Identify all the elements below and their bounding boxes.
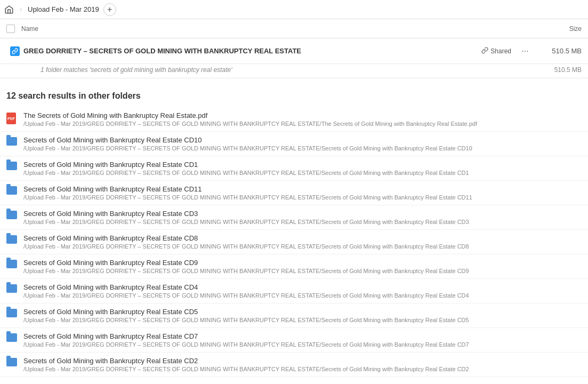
folder-icon xyxy=(6,284,23,293)
home-button[interactable] xyxy=(4,5,14,14)
result-item-name: The Secrets of Gold Mining with Bankrupt… xyxy=(23,111,582,119)
result-item-name: Secrets of Gold Mining with Bankruptcy R… xyxy=(23,357,582,365)
folder-icon xyxy=(6,186,23,195)
list-item[interactable]: Secrets of Gold Mining with Bankruptcy R… xyxy=(0,156,588,181)
primary-result-name: GREG DORRIETY – SECRETS OF GOLD MINING W… xyxy=(23,47,481,55)
result-item-path: /Upload Feb - Mar 2019/GREG DORRIETY – S… xyxy=(23,194,582,201)
result-item-name: Secrets of Gold Mining with Bankruptcy R… xyxy=(23,161,582,169)
more-options-button[interactable]: ··· xyxy=(518,44,533,59)
breadcrumb-separator-icon xyxy=(18,7,23,12)
result-item-path: /Upload Feb - Mar 2019/GREG DORRIETY – S… xyxy=(23,170,582,176)
result-item-content: Secrets of Gold Mining with Bankruptcy R… xyxy=(23,259,582,274)
result-item-name: Secrets of Gold Mining with Bankruptcy R… xyxy=(23,234,582,242)
result-item-path: /Upload Feb - Mar 2019/GREG DORRIETY – S… xyxy=(23,268,582,274)
folder-icon xyxy=(6,137,23,146)
result-item-path: /Upload Feb - Mar 2019/GREG DORRIETY – S… xyxy=(23,341,582,348)
result-item-content: Secrets of Gold Mining with Bankruptcy R… xyxy=(23,357,582,372)
column-header: Name Size xyxy=(0,19,588,38)
result-item-content: Secrets of Gold Mining with Bankruptcy R… xyxy=(23,136,582,151)
result-item-content: Secrets of Gold Mining with Bankruptcy R… xyxy=(23,234,582,250)
list-item[interactable]: Secrets of Gold Mining with Bankruptcy R… xyxy=(0,132,588,156)
chain-icon xyxy=(481,47,488,55)
sub-info-row: 1 folder matches 'secrets of gold mining… xyxy=(0,64,588,78)
result-item-path: /Upload Feb - Mar 2019/GREG DORRIETY – S… xyxy=(23,219,582,225)
folder-icon xyxy=(6,333,23,342)
folder-link-icon xyxy=(6,46,23,56)
result-item-content: Secrets of Gold Mining with Bankruptcy R… xyxy=(23,161,582,176)
name-column-header: Name xyxy=(21,25,539,33)
result-item-name: Secrets of Gold Mining with Bankruptcy R… xyxy=(23,136,582,144)
list-item[interactable]: Secrets of Gold Mining with Bankruptcy R… xyxy=(0,328,588,353)
list-item[interactable]: Secrets of Gold Mining with Bankruptcy R… xyxy=(0,205,588,230)
result-item-content: Secrets of Gold Mining with Bankruptcy R… xyxy=(23,210,582,225)
folder-icon xyxy=(6,260,23,268)
result-item-path: /Upload Feb - Mar 2019/GREG DORRIETY – S… xyxy=(23,366,582,372)
result-item-content: Secrets of Gold Mining with Bankruptcy R… xyxy=(23,283,582,299)
folder-icon xyxy=(6,358,23,366)
top-bar: Upload Feb - Mar 2019 + xyxy=(0,0,588,19)
result-item-name: Secrets of Gold Mining with Bankruptcy R… xyxy=(23,259,582,267)
folder-icon xyxy=(6,309,23,317)
select-all-checkbox[interactable] xyxy=(6,25,21,33)
folder-icon xyxy=(6,162,23,170)
result-item-path: /Upload Feb - Mar 2019/GREG DORRIETY – S… xyxy=(23,121,582,127)
result-item-content: The Secrets of Gold Mining with Bankrupt… xyxy=(23,111,582,127)
result-item-path: /Upload Feb - Mar 2019/GREG DORRIETY – S… xyxy=(23,317,582,323)
link-icon xyxy=(10,46,20,56)
list-item[interactable]: Secrets of Gold Mining with Bankruptcy R… xyxy=(0,353,588,377)
section-heading: 12 search results in other folders xyxy=(0,78,588,107)
list-item[interactable]: Secrets of Gold Mining with Bankruptcy R… xyxy=(0,279,588,303)
list-item[interactable]: Secrets of Gold Mining with Bankruptcy R… xyxy=(0,303,588,328)
result-item-path: /Upload Feb - Mar 2019/GREG DORRIETY – S… xyxy=(23,243,582,250)
results-list: PDF The Secrets of Gold Mining with Bank… xyxy=(0,107,588,377)
folder-icon xyxy=(6,235,23,244)
result-item-name: Secrets of Gold Mining with Bankruptcy R… xyxy=(23,185,582,193)
result-item-content: Secrets of Gold Mining with Bankruptcy R… xyxy=(23,185,582,201)
result-item-path: /Upload Feb - Mar 2019/GREG DORRIETY – S… xyxy=(23,145,582,151)
shared-label: Shared xyxy=(490,47,511,55)
result-item-name: Secrets of Gold Mining with Bankruptcy R… xyxy=(23,283,582,291)
shared-badge: Shared xyxy=(481,47,511,55)
sub-info-size: 510.5 MB xyxy=(539,66,582,74)
pdf-icon: PDF xyxy=(6,113,23,124)
breadcrumb-title: Upload Feb - Mar 2019 xyxy=(28,5,99,13)
folder-icon xyxy=(6,211,23,219)
result-item-path: /Upload Feb - Mar 2019/GREG DORRIETY – S… xyxy=(23,292,582,299)
add-button[interactable]: + xyxy=(103,3,116,16)
result-item-content: Secrets of Gold Mining with Bankruptcy R… xyxy=(23,308,582,323)
list-item[interactable]: Secrets of Gold Mining with Bankruptcy R… xyxy=(0,181,588,205)
list-item[interactable]: Secrets of Gold Mining with Bankruptcy R… xyxy=(0,254,588,279)
list-item[interactable]: PDF The Secrets of Gold Mining with Bank… xyxy=(0,107,588,132)
result-item-name: Secrets of Gold Mining with Bankruptcy R… xyxy=(23,332,582,340)
result-item-name: Secrets of Gold Mining with Bankruptcy R… xyxy=(23,210,582,218)
folder-match-text: 1 folder matches 'secrets of gold mining… xyxy=(41,66,539,74)
primary-result-size: 510.5 MB xyxy=(539,47,582,55)
primary-result-row[interactable]: GREG DORRIETY – SECRETS OF GOLD MINING W… xyxy=(0,38,588,64)
result-item-name: Secrets of Gold Mining with Bankruptcy R… xyxy=(23,308,582,316)
result-item-content: Secrets of Gold Mining with Bankruptcy R… xyxy=(23,332,582,348)
size-column-header: Size xyxy=(539,25,582,33)
list-item[interactable]: Secrets of Gold Mining with Bankruptcy R… xyxy=(0,230,588,254)
